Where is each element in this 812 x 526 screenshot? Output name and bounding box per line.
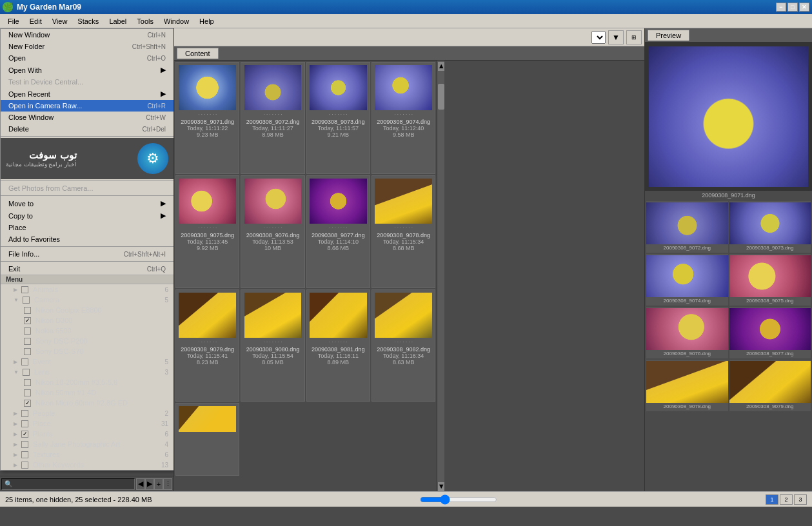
content-scrollbar[interactable]: ▲ ▼ <box>437 61 444 491</box>
menu-file[interactable]: File <box>3 16 25 26</box>
kw-animals[interactable]: ▶ Animals 6 <box>1 284 173 295</box>
thumb-9081[interactable]: · · · · · · · 20090308_9081.dng Today, 1… <box>306 289 370 402</box>
thumb-name-9075: 20090308_9075.dng <box>181 232 234 239</box>
menu-stacks[interactable]: Stacks <box>72 16 104 26</box>
scroll-down[interactable]: ▼ <box>438 482 444 491</box>
content-toolbar: ▼ ⊞ <box>174 28 644 46</box>
preview-main-label: 20090308_9071.dng <box>645 191 812 200</box>
prev-label-9077: 20090308_9077.dng <box>746 350 794 357</box>
prev-thumb-9078[interactable]: 20090308_9078.dng <box>646 360 728 411</box>
thumb-size-9082: 8.63 MB <box>393 359 415 365</box>
menu-new-window[interactable]: New Window Ctrl+N <box>1 29 173 41</box>
kw-nikon-60[interactable]: Nikon Micro 60mm f/2.8G ED <box>1 398 173 408</box>
thumb-img-9072 <box>244 65 302 110</box>
menu-close-window[interactable]: Close Window Ctrl+W <box>1 112 173 123</box>
preview-tab[interactable]: Preview <box>648 30 689 41</box>
thumb-dots-9073: · · · · · · · <box>329 112 348 117</box>
prev-thumb-9075[interactable]: 20090308_9075.dng <box>729 254 811 306</box>
thumb-img-9079 <box>179 293 236 338</box>
search-add[interactable]: + <box>154 478 163 490</box>
app-icon: 🌿 <box>3 2 13 12</box>
kw-sally-jane[interactable]: ▶ Sally Jane Photographic Art 4 <box>1 439 173 449</box>
thumb-area: · · · · · · · 20090308_9071.dng Today, 1… <box>174 61 644 491</box>
thumb-extra-1[interactable] <box>175 403 239 476</box>
thumb-9079[interactable]: · · · · · · · 20090308_9079.dng Today, 1… <box>175 289 239 402</box>
thumb-9072[interactable]: · · · · · · · 20090308_9072.dng Today, 1… <box>241 62 304 174</box>
logo-subtitle: أخبار برامج وتطبيقات مجانية <box>6 161 77 168</box>
thumb-dots-9078: · · · · · · · <box>394 225 413 231</box>
menu-open[interactable]: Open Ctrl+O <box>1 52 173 64</box>
view-btn-2[interactable]: 2 <box>780 494 793 505</box>
minimize-button[interactable]: − <box>776 3 786 12</box>
kw-plants[interactable]: ▶ Plants 6 <box>1 429 173 439</box>
thumb-9078[interactable]: · · · · · · · 20090308_9078.dng Today, 1… <box>371 175 435 287</box>
kw-nokia[interactable]: Nokia 6500 <box>1 326 173 336</box>
prev-thumb-9076[interactable]: 20090308_9076.dng <box>646 307 728 358</box>
search-next[interactable]: ▶ <box>145 478 154 490</box>
menu-window[interactable]: Window <box>159 16 194 26</box>
menu-open-recent[interactable]: Open Recent ▶ <box>1 88 173 100</box>
search-options[interactable]: ⋮ <box>163 478 172 490</box>
view-btn-1[interactable]: 1 <box>766 494 778 505</box>
menu-file-info[interactable]: File Info... Ctrl+Shft+Alt+I <box>1 248 173 260</box>
kw-sony-p200[interactable]: Sony DSC-P200 <box>1 336 173 346</box>
scroll-thumb[interactable] <box>438 84 444 110</box>
prev-thumb-9072[interactable]: 20090308_9072.dng <box>646 201 728 253</box>
kw-nikon-coolpix[interactable]: Nikon Coolpix E8800 <box>1 305 173 315</box>
preview-thumb-grid: 20090308_9072.dng 20090308_9073.dng 2009… <box>645 200 812 413</box>
thumb-name-9073: 20090308_9073.dng <box>312 119 365 125</box>
thumb-9076[interactable]: · · · · · · · 20090308_9076.dng Today, 1… <box>241 175 304 287</box>
menu-add-favorites[interactable]: Add to Favorites <box>1 233 173 245</box>
kw-textures[interactable]: ▶ Textures 6 <box>1 449 173 460</box>
zoom-slider[interactable] <box>420 494 497 505</box>
menu-tools[interactable]: Tools <box>132 16 159 26</box>
thumb-9075[interactable]: · · · · · · · 20090308_9075.dng Today, 1… <box>175 175 239 287</box>
toolbar-btn-1[interactable]: ▼ <box>608 30 624 44</box>
menu-place[interactable]: Place <box>1 222 173 233</box>
thumb-9071[interactable]: · · · · · · · 20090308_9071.dng Today, 1… <box>175 62 239 174</box>
thumb-9080[interactable]: · · · · · · · 20090308_9080.dng Today, 1… <box>241 289 304 402</box>
maximize-button[interactable]: □ <box>787 3 798 12</box>
menu-edit[interactable]: Edit <box>25 16 47 26</box>
kw-place[interactable]: ▶ Place 31 <box>1 418 173 429</box>
view-dropdown[interactable] <box>591 31 606 44</box>
thumb-date-9074: Today, 11:12:40 <box>383 125 424 132</box>
prev-thumb-9074[interactable]: 20090308_9074.dng <box>646 254 728 306</box>
kw-camera[interactable]: ▼ Camera 5 <box>1 295 173 305</box>
prev-thumb-9079[interactable]: 20090308_9079.dng <box>729 360 811 411</box>
menu-move-to[interactable]: Move to ▶ <box>1 197 173 209</box>
menu-view[interactable]: View <box>47 16 73 26</box>
menu-open-camera-raw[interactable]: Open in Camera Raw... Ctrl+R <box>1 100 173 112</box>
kw-other[interactable]: ▶ Other Keywords 13 <box>1 460 173 470</box>
thumb-date-9077: Today, 11:14:10 <box>318 239 359 245</box>
prev-thumb-9077[interactable]: 20090308_9077.dng <box>729 307 811 358</box>
menu-help[interactable]: Help <box>194 16 219 26</box>
thumb-9077[interactable]: · · · · · · · 20090308_9077.dng Today, 1… <box>306 175 370 287</box>
toolbar-btn-2[interactable]: ⊞ <box>626 30 642 44</box>
sidebar: New Window Ctrl+N New Folder Ctrl+Shft+N… <box>0 28 174 491</box>
prev-img-9076 <box>646 308 728 350</box>
kw-nikon-d300[interactable]: Nikon D300 <box>1 315 173 326</box>
kw-nikon-50[interactable]: Nikon 50mm f/1.4D <box>1 387 173 398</box>
thumb-9074[interactable]: · · · · · · · 20090308_9074.dng Today, 1… <box>371 62 435 174</box>
thumb-img-9073 <box>310 65 367 110</box>
scroll-up[interactable]: ▲ <box>438 62 444 71</box>
kw-sony-s70[interactable]: Sony DSC-S70 <box>1 346 173 356</box>
kw-people[interactable]: ▶ People 2 <box>1 408 173 418</box>
content-tab[interactable]: Content <box>177 48 219 59</box>
kw-lens[interactable]: ▼ Lens 3 <box>1 367 173 377</box>
kw-event[interactable]: ▶ Event 5 <box>1 356 173 367</box>
menu-copy-to[interactable]: Copy to ▶ <box>1 209 173 222</box>
prev-thumb-9073[interactable]: 20090308_9073.dng <box>729 201 811 253</box>
menu-exit[interactable]: Exit Ctrl+Q <box>1 263 173 275</box>
search-prev[interactable]: ◀ <box>136 478 145 490</box>
menu-delete[interactable]: Delete Ctrl+Del <box>1 123 173 135</box>
thumb-9073[interactable]: · · · · · · · 20090308_9073.dng Today, 1… <box>306 62 370 174</box>
menu-new-folder[interactable]: New Folder Ctrl+Shft+N <box>1 41 173 52</box>
kw-nikon-18-200[interactable]: Nikon 18-200mm f/3.5-5.6 <box>1 377 173 387</box>
menu-open-with[interactable]: Open With ▶ <box>1 64 173 76</box>
menu-label[interactable]: Label <box>104 16 132 26</box>
view-btn-3[interactable]: 3 <box>794 494 807 505</box>
close-button[interactable]: ✕ <box>799 3 809 12</box>
thumb-9082[interactable]: · · · · · · · 20090308_9082.dng Today, 1… <box>371 289 435 402</box>
